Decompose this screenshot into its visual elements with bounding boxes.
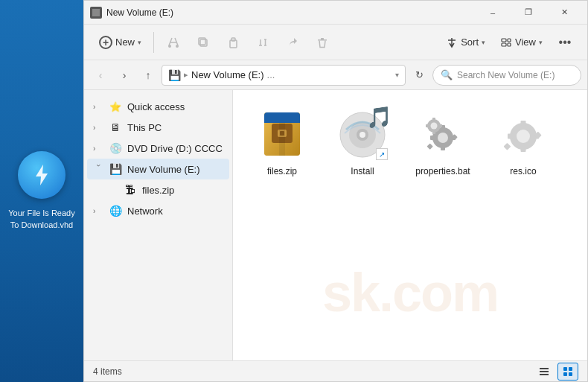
quick-access-chevron: › [93,103,103,111]
ico-label: res.ico [510,166,536,176]
list-view-button[interactable] [534,363,555,381]
svg-rect-45 [508,134,513,139]
svg-rect-54 [569,372,572,376]
left-panel: Your File Is Ready To Download.vhd [0,0,83,382]
install-icon: 🎵 ↗ [336,108,389,162]
delete-button[interactable] [309,29,336,56]
svg-rect-11 [502,43,506,46]
new-volume-chevron: › [95,164,103,174]
file-explorer-window: New Volume (E:) – ❐ ✕ + New ▾ [83,0,588,382]
svg-rect-52 [569,367,572,371]
sidebar-item-new-volume[interactable]: › 💾 New Volume (E:) [87,159,229,179]
toolbar-separator-1 [153,32,154,53]
more-button[interactable]: ••• [552,29,578,56]
svg-rect-29 [441,146,445,150]
file-item-ico[interactable]: res.ico [486,102,560,182]
address-path[interactable]: 💾 ▸ New Volume (E:) ... ▾ [162,65,406,86]
sidebar-item-files-zip[interactable]: 🗜 files.zip [87,179,229,200]
status-item-count: 4 items [93,366,122,377]
svg-point-41 [517,130,530,143]
rename-button[interactable] [249,29,276,56]
back-button[interactable]: ‹ [90,65,111,86]
new-volume-label: New Volume (E:) [127,164,200,175]
svg-rect-43 [521,147,526,152]
network-label: Network [127,206,163,217]
content-area: › ⭐ Quick access › 🖥 This PC › 💿 DVD Dri… [84,90,587,360]
path-dropdown-icon[interactable]: ▾ [395,71,399,79]
copy-button[interactable] [190,29,217,56]
file-area: files.zip [233,90,587,360]
grid-view-button[interactable] [557,363,578,381]
download-text: Your File Is Ready To Download.vhd [0,208,83,231]
svg-point-35 [431,123,438,130]
file-item-install[interactable]: 🎵 ↗ Install [325,102,400,182]
title-bar: New Volume (E:) – ❐ ✕ [84,1,587,25]
window-controls: – ❐ ✕ [476,1,581,25]
svg-rect-12 [508,39,511,42]
view-button[interactable]: View ▾ [494,32,549,53]
quick-access-label: Quick access [127,101,185,112]
search-placeholder: Search New Volume (E:) [457,70,555,80]
svg-rect-31 [430,136,435,140]
zip-label: files.zip [267,166,297,176]
sidebar: › ⭐ Quick access › 🖥 This PC › 💿 DVD Dri… [84,90,233,360]
svg-point-3 [176,45,179,48]
paste-button[interactable] [220,29,246,56]
svg-rect-8 [318,39,327,41]
sidebar-item-this-pc[interactable]: › 🖥 This PC [87,117,229,138]
dvd-icon: 💿 [108,141,123,156]
this-pc-chevron: › [93,124,103,132]
new-button[interactable]: + New ▾ [93,31,147,54]
bat-label: properties.bat [415,166,470,176]
svg-point-2 [168,45,171,48]
forward-button[interactable]: › [114,65,135,86]
bolt-icon [18,151,65,199]
maximize-button[interactable]: ❐ [511,1,546,25]
ico-icon [496,108,550,162]
svg-rect-38 [439,124,442,127]
svg-rect-37 [432,131,435,134]
up-button[interactable]: ↑ [138,65,159,86]
network-chevron: › [93,207,103,215]
svg-rect-47 [503,143,511,150]
svg-point-27 [438,133,448,143]
files-zip-label: files.zip [142,185,174,196]
svg-rect-53 [563,372,567,376]
refresh-button[interactable]: ↻ [409,65,429,86]
path-drive-icon: 💾 [168,69,181,81]
svg-rect-1 [92,9,100,16]
svg-rect-7 [231,38,235,41]
file-item-bat[interactable]: properties.bat [406,102,480,182]
sidebar-item-network[interactable]: › 🌐 Network [87,200,229,221]
status-view-icons [534,363,578,381]
window-icon [90,7,102,19]
dvd-chevron: › [93,144,103,153]
path-separator: ▸ [184,70,188,80]
share-button[interactable] [279,29,306,56]
svg-rect-49 [540,371,549,372]
bat-icon [416,108,470,162]
cut-button[interactable] [160,29,187,56]
search-box[interactable]: 🔍 Search New Volume (E:) [432,65,581,86]
quick-access-icon: ⭐ [108,99,123,114]
sidebar-item-dvd-drive[interactable]: › 💿 DVD Drive (D:) CCCC [87,138,229,159]
files-zip-icon: 🗜 [123,182,138,197]
svg-rect-48 [540,368,549,369]
path-ellipsis: ... [267,69,275,80]
svg-rect-36 [432,118,435,121]
new-volume-icon: 💾 [108,162,123,176]
file-area-watermark: sk.com [322,262,498,323]
svg-rect-50 [540,374,549,375]
svg-rect-10 [502,39,506,42]
toolbar: + New ▾ Sort ▾ View [84,25,587,60]
sort-button[interactable]: Sort ▾ [440,32,491,53]
svg-rect-21 [264,118,300,123]
sidebar-item-quick-access[interactable]: › ⭐ Quick access [87,96,229,117]
close-button[interactable]: ✕ [547,1,581,25]
minimize-button[interactable]: – [476,1,510,25]
file-item-zip[interactable]: files.zip [245,102,319,182]
status-bar: 4 items [84,360,587,381]
svg-rect-51 [563,367,567,371]
path-label: New Volume (E:) [191,69,264,80]
search-icon: 🔍 [441,69,453,80]
